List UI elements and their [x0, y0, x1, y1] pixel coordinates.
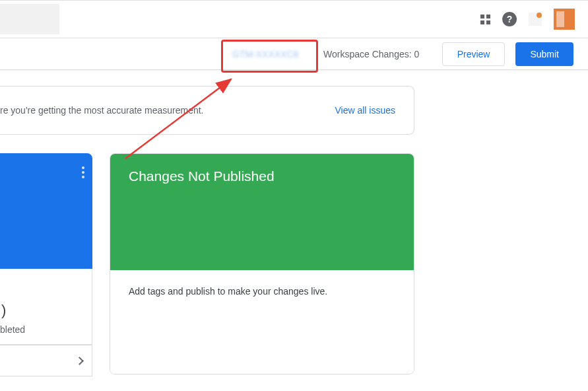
publish-status-title: Changes Not Published	[110, 154, 414, 270]
chevron-right-icon	[75, 357, 84, 365]
tab-placeholder	[0, 4, 59, 34]
help-icon[interactable]: ?	[502, 12, 517, 26]
expand-row[interactable]	[0, 345, 92, 376]
workspace-card	[0, 153, 92, 269]
container-id[interactable]: GTM-XXXXXC8	[232, 49, 298, 59]
issues-text: re you're getting the most accurate meas…	[0, 105, 204, 116]
workspace-count: 0	[414, 49, 419, 59]
apps-icon[interactable]	[480, 15, 490, 24]
workspace-changes-label: Workspace Changes: 0	[323, 49, 419, 59]
top-app-bar: ?	[0, 0, 588, 38]
workspace-label: Workspace Changes:	[323, 49, 412, 59]
issues-card: re you're getting the most accurate meas…	[0, 86, 414, 135]
avatar[interactable]	[554, 9, 575, 30]
submit-button[interactable]: Submit	[515, 42, 573, 66]
partial-text-bleted: bleted	[0, 324, 25, 335]
partial-text-paren: )	[1, 302, 6, 319]
view-all-issues-link[interactable]: View all issues	[335, 105, 395, 116]
notifications-icon[interactable]	[529, 13, 542, 26]
preview-button[interactable]: Preview	[442, 42, 506, 66]
action-bar: GTM-XXXXXC8 Workspace Changes: 0 Preview…	[0, 38, 588, 70]
card-menu-icon[interactable]	[82, 166, 84, 178]
top-right-actions: ?	[480, 9, 575, 30]
publish-status-body: Add tags and publish to make your change…	[110, 270, 414, 374]
publish-status-card: Changes Not Published Add tags and publi…	[110, 153, 414, 374]
